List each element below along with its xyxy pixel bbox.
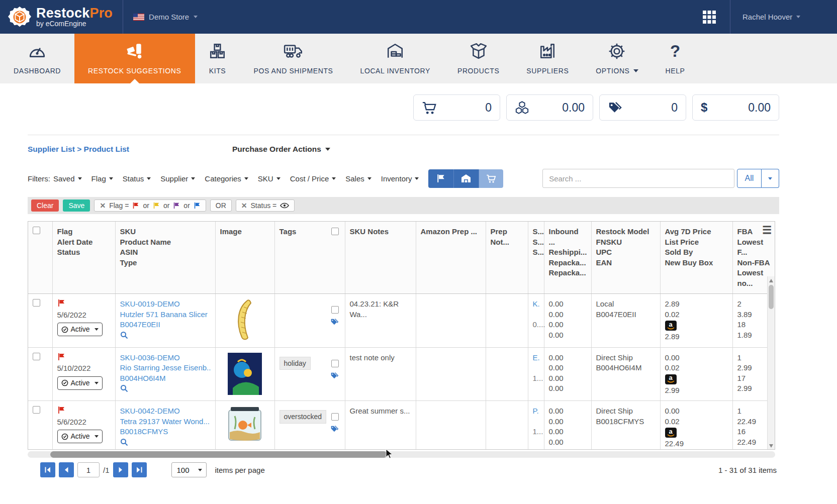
prev-page-button[interactable] — [59, 462, 74, 477]
row-checkbox[interactable] — [33, 299, 40, 307]
header-tags[interactable]: Tags — [274, 222, 345, 294]
row-checkbox[interactable] — [33, 353, 40, 360]
sku-link[interactable]: SKU-0042-DEMO — [120, 406, 211, 417]
items-per-page-select[interactable]: 100 — [171, 462, 207, 477]
banana-slicer-photo[interactable] — [220, 299, 270, 341]
warehouse-view-button[interactable] — [453, 169, 479, 188]
status-select[interactable]: Active — [57, 376, 103, 390]
status-select[interactable]: Active — [57, 430, 103, 443]
header-sku-notes[interactable]: SKU Notes — [345, 222, 416, 294]
flag-view-button[interactable] — [428, 169, 453, 188]
tags-icon[interactable] — [330, 372, 339, 382]
vertical-scrollbar[interactable] — [767, 276, 775, 450]
aquarium-photo[interactable] — [220, 406, 270, 442]
units-total-card[interactable]: 0.00 — [506, 94, 593, 121]
tab-pos-and-shipments[interactable]: POS AND SHIPMENTS — [240, 34, 347, 83]
tab-options[interactable]: OPTIONS — [582, 34, 652, 83]
breadcrumb-product-list[interactable]: Product List — [84, 145, 129, 153]
header-amazon-prep[interactable]: Amazon Prep ... — [416, 222, 486, 294]
tab-help[interactable]: ? HELP — [652, 34, 699, 83]
tag-checkbox[interactable] — [331, 413, 339, 421]
header-image[interactable]: Image — [215, 222, 274, 294]
search-scope-dropdown[interactable] — [762, 169, 779, 188]
asin-link[interactable]: B0047E0EII — [120, 320, 211, 330]
search-icon[interactable] — [120, 384, 128, 395]
first-page-button[interactable] — [40, 462, 55, 477]
status-filter-chip[interactable]: ✕ Status = — [236, 199, 295, 212]
purchase-order-actions-menu[interactable]: Purchase Order Actions — [232, 145, 330, 154]
header-inbound[interactable]: Inbound ...Reshippi...Repacka...Repacka.… — [544, 222, 591, 294]
select-all-checkbox[interactable] — [33, 227, 40, 234]
brand-logo[interactable]: RestockPro by eComEngine — [0, 0, 123, 34]
remove-chip-icon[interactable]: ✕ — [100, 201, 106, 210]
page-number-input[interactable] — [77, 462, 100, 477]
red-flag-icon[interactable] — [57, 299, 65, 307]
supplier-link[interactable]: P... — [533, 406, 539, 417]
tab-restock-suggestions[interactable]: RESTOCK SUGGESTIONS — [74, 34, 195, 83]
rio-movie-photo[interactable] — [220, 353, 270, 395]
product-name-link[interactable]: Hutzler 571 Banana Slicer — [120, 310, 211, 320]
header-supplier[interactable]: S...S...S... — [528, 222, 544, 294]
tab-dashboard[interactable]: DASHBOARD — [0, 34, 74, 83]
clear-filters-button[interactable]: Clear — [31, 199, 59, 212]
save-filters-button[interactable]: Save — [63, 199, 90, 212]
tab-kits[interactable]: KITS — [195, 34, 240, 83]
remove-chip-icon[interactable]: ✕ — [241, 201, 247, 210]
supplier-link[interactable]: K... — [533, 299, 539, 310]
header-price[interactable]: Avg 7D PriceList PriceSold ByNew Buy Box — [660, 222, 732, 294]
filter-cost-price[interactable]: Cost / Price — [290, 174, 336, 183]
asin-link[interactable]: B0018CFMYS — [120, 427, 211, 437]
flag-filter-chip[interactable]: ✕ Flag = or or or — [94, 199, 206, 212]
tag-checkbox[interactable] — [331, 306, 339, 314]
supplier-link[interactable]: E... — [533, 353, 539, 363]
user-menu[interactable]: Rachel Hoover — [730, 0, 837, 34]
apps-grid-icon[interactable] — [703, 11, 716, 24]
search-scope-button[interactable]: All — [737, 169, 762, 188]
tag-checkbox[interactable] — [331, 360, 339, 367]
filter-inventory[interactable]: Inventory — [381, 174, 419, 183]
search-icon[interactable] — [120, 438, 128, 449]
search-input[interactable] — [542, 169, 734, 188]
search-icon[interactable] — [120, 331, 128, 342]
store-selector[interactable]: Demo Store — [133, 13, 198, 21]
sku-link[interactable]: SKU-0036-DEMO — [120, 353, 211, 363]
cart-view-button[interactable] — [479, 169, 504, 188]
filter-supplier[interactable]: Supplier — [160, 174, 195, 183]
scroll-down-icon[interactable] — [769, 444, 773, 448]
tags-icon[interactable] — [330, 425, 339, 436]
breadcrumb-supplier-list[interactable]: Supplier List — [28, 145, 75, 153]
product-name-link[interactable]: Tetra 29137 Water Wond... — [120, 417, 211, 427]
or-operator-chip[interactable]: OR — [210, 199, 232, 212]
last-page-button[interactable] — [132, 462, 147, 477]
tags-header-checkbox[interactable] — [331, 228, 339, 235]
horizontal-scrollbar[interactable] — [28, 451, 775, 458]
cart-total-card[interactable]: 0 — [413, 94, 500, 121]
tags-icon[interactable] — [330, 318, 339, 329]
status-select[interactable]: Active — [57, 323, 103, 336]
tagged-total-card[interactable]: 0 — [599, 94, 686, 121]
next-page-button[interactable] — [113, 462, 128, 477]
filter-categories[interactable]: Categories — [205, 174, 248, 183]
header-flag[interactable]: FlagAlert DateStatus — [52, 222, 115, 294]
tab-suppliers[interactable]: SUPPLIERS — [513, 34, 582, 83]
filter-sales[interactable]: Sales — [345, 174, 371, 183]
horizontal-scroll-thumb[interactable] — [50, 451, 387, 458]
filter-sku[interactable]: SKU — [258, 174, 281, 183]
filter-flag[interactable]: Flag — [91, 174, 113, 183]
row-checkbox[interactable] — [33, 406, 40, 414]
red-flag-icon[interactable] — [57, 353, 65, 361]
header-sku[interactable]: SKUProduct NameASINType — [115, 222, 215, 294]
column-settings-icon[interactable]: ☰ — [762, 225, 772, 235]
product-name-link[interactable]: Rio Starring Jesse Eisenb... — [120, 363, 211, 373]
vertical-scroll-thumb[interactable] — [769, 285, 774, 309]
sku-link[interactable]: SKU-0019-DEMO — [120, 299, 211, 310]
scroll-up-icon[interactable] — [769, 279, 773, 282]
filter-saved[interactable]: Saved — [53, 174, 82, 183]
filter-status[interactable]: Status — [123, 174, 151, 183]
asin-link[interactable]: B004HO6I4M — [120, 373, 211, 384]
tab-local-inventory[interactable]: LOCAL INVENTORY — [347, 34, 444, 83]
value-total-card[interactable]: $ 0.00 — [692, 94, 779, 121]
header-prep-notes[interactable]: Prep Not... — [486, 222, 528, 294]
red-flag-icon[interactable] — [57, 406, 65, 414]
header-restock-model[interactable]: Restock ModelFNSKUUPCEAN — [591, 222, 660, 294]
